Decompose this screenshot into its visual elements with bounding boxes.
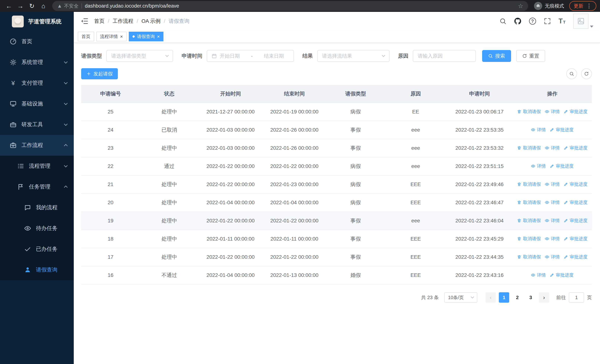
filter-apply-time: 申请时间 开始日期 - 结束日期 xyxy=(182,50,294,62)
cell-status: 已取消 xyxy=(140,121,199,139)
detail-action-link[interactable]: 详情 xyxy=(545,145,560,151)
progress-action-link[interactable]: 审批进度 xyxy=(564,218,587,224)
breadcrumb-item[interactable]: 首页 xyxy=(94,18,104,25)
goto-page-input[interactable] xyxy=(569,292,584,303)
progress-action-link[interactable]: 审批进度 xyxy=(564,181,587,187)
detail-action-link[interactable]: 详情 xyxy=(531,127,546,133)
sidebar-item-process-management[interactable]: 流程管理 xyxy=(0,156,74,177)
chevron-down-icon xyxy=(64,164,68,167)
reset-button[interactable]: 重置 xyxy=(516,50,545,62)
font-size-icon[interactable]: TT xyxy=(559,18,565,24)
detail-action-link[interactable]: 详情 xyxy=(545,254,560,260)
tab-process-detail[interactable]: 流程详情 × xyxy=(96,32,127,41)
leave-type-select[interactable]: 请选择请假类型 xyxy=(106,50,173,62)
help-icon[interactable]: ? xyxy=(529,18,536,25)
tab-home[interactable]: 首页 xyxy=(78,32,94,41)
sidebar-item-my-process[interactable]: 我的流程 xyxy=(0,197,74,218)
refresh-table-button[interactable] xyxy=(581,68,592,79)
action-label: 详情 xyxy=(551,254,560,260)
select-placeholder: 请选择请假类型 xyxy=(111,53,146,59)
sidebar-item-system[interactable]: 系统管理 xyxy=(0,52,74,73)
security-chip[interactable]: ▲ 不安全 xyxy=(57,3,79,9)
page-button-1[interactable]: 1 xyxy=(499,292,509,303)
cancel-action-link[interactable]: 取消请假 xyxy=(517,236,541,242)
progress-action-link[interactable]: 审批进度 xyxy=(564,145,587,151)
date-range-picker[interactable]: 开始日期 - 结束日期 xyxy=(207,50,294,62)
create-leave-button[interactable]: 发起请假 xyxy=(81,68,118,79)
detail-action-link[interactable]: 详情 xyxy=(545,218,560,224)
fullscreen-icon[interactable] xyxy=(544,18,551,25)
progress-action-link[interactable]: 审批进度 xyxy=(564,254,587,260)
action-label: 详情 xyxy=(551,181,560,187)
cell-start: 2022-01-04 00:00:00 xyxy=(199,266,262,284)
cell-id: 19 xyxy=(81,212,140,230)
search-icon[interactable] xyxy=(499,18,506,25)
sidebar-fold-icon[interactable] xyxy=(80,17,89,25)
detail-action-link[interactable]: 详情 xyxy=(545,236,560,242)
tab-leave-query[interactable]: 请假查询 × xyxy=(129,32,163,41)
page-size-select[interactable]: 10条/页 xyxy=(444,292,477,303)
delete-icon xyxy=(517,109,521,114)
cancel-action-link[interactable]: 取消请假 xyxy=(517,254,541,260)
sidebar-item-done-tasks[interactable]: 已办任务 xyxy=(0,239,74,260)
cancel-action-link[interactable]: 取消请假 xyxy=(517,199,541,205)
page-button-2[interactable]: 2 xyxy=(512,292,523,303)
detail-action-link[interactable]: 详情 xyxy=(545,109,560,114)
page-content: 请假类型 请选择请假类型 申请时间 开始日期 - 结束日期 xyxy=(74,43,600,364)
bookmark-star-icon[interactable]: ☆ xyxy=(518,2,523,9)
forward-icon[interactable]: → xyxy=(15,1,26,11)
avatar[interactable] xyxy=(573,14,589,29)
detail-action-link[interactable]: 详情 xyxy=(531,163,546,169)
cancel-action-link[interactable]: 取消请假 xyxy=(517,145,541,151)
detail-action-link[interactable]: 详情 xyxy=(531,272,546,278)
sidebar-item-infra[interactable]: 基础设施 xyxy=(0,93,74,114)
browser-update-button[interactable]: 更新 ⋮ xyxy=(569,1,596,11)
result-select[interactable]: 请选择流结果 xyxy=(317,50,390,62)
yen-icon: ¥ xyxy=(10,80,17,87)
cancel-action-link[interactable]: 取消请假 xyxy=(517,181,541,187)
address-bar[interactable]: ▲ 不安全 dashboard.yudao.iocoder.cn/bpm/oa/… xyxy=(52,1,528,11)
next-page-button[interactable]: › xyxy=(539,292,549,303)
cancel-action-link[interactable]: 取消请假 xyxy=(517,109,541,114)
detail-action-link[interactable]: 详情 xyxy=(545,199,560,205)
cancel-action-link[interactable]: 取消请假 xyxy=(517,218,541,224)
github-icon[interactable] xyxy=(514,18,521,25)
progress-action-link[interactable]: 审批进度 xyxy=(550,163,573,169)
sidebar-item-leave-query[interactable]: 请假查询 xyxy=(0,260,74,280)
action-label: 审批进度 xyxy=(570,199,587,205)
cell-applied: 2022-01-22 23:46:47 xyxy=(446,194,513,212)
sidebar-item-home[interactable]: 首页 xyxy=(0,31,74,52)
tags-view: 首页 流程详情 × 请假查询 × xyxy=(74,30,600,43)
sidebar-item-todo-tasks[interactable]: 待办任务 xyxy=(0,218,74,239)
back-icon[interactable]: ← xyxy=(4,1,14,11)
search-button[interactable]: 搜索 xyxy=(482,50,511,62)
sidebar-item-workflow[interactable]: 工作流程 xyxy=(0,135,74,156)
progress-action-link[interactable]: 审批进度 xyxy=(564,199,587,205)
col-status: 状态 xyxy=(140,85,199,103)
cell-type: 事假 xyxy=(326,121,385,139)
prev-page-button[interactable]: ‹ xyxy=(486,292,496,303)
detail-action-link[interactable]: 详情 xyxy=(545,181,560,187)
chevron-down-icon xyxy=(382,54,385,57)
user-menu[interactable] xyxy=(573,14,593,29)
breadcrumb-item[interactable]: OA 示例 xyxy=(141,18,161,25)
page-button-3[interactable]: 3 xyxy=(525,292,536,303)
sidebar-item-devtools[interactable]: 研发工具 xyxy=(0,114,74,135)
toggle-search-button[interactable] xyxy=(566,68,577,79)
refresh-icon[interactable]: ↻ xyxy=(27,1,37,11)
progress-action-link[interactable]: 审批进度 xyxy=(564,109,587,114)
progress-action-link[interactable]: 审批进度 xyxy=(550,272,573,278)
sidebar-item-payment[interactable]: ¥ 支付管理 xyxy=(0,73,74,93)
sidebar-item-task-management[interactable]: 任务管理 xyxy=(0,177,74,197)
progress-action-link[interactable]: 审批进度 xyxy=(550,127,573,133)
breadcrumb-item[interactable]: 工作流程 xyxy=(113,18,133,25)
reason-input[interactable] xyxy=(413,50,476,62)
menu-dots-icon[interactable]: ⋮ xyxy=(586,3,592,9)
progress-action-link[interactable]: 审批进度 xyxy=(564,236,587,242)
home-icon[interactable]: ⌂ xyxy=(38,1,48,11)
close-icon[interactable]: × xyxy=(157,34,160,39)
cell-end: 2022-01-26 00:00:00 xyxy=(262,121,326,139)
chat-icon xyxy=(24,204,31,211)
close-icon[interactable]: × xyxy=(120,34,123,39)
edit-icon xyxy=(564,236,568,241)
